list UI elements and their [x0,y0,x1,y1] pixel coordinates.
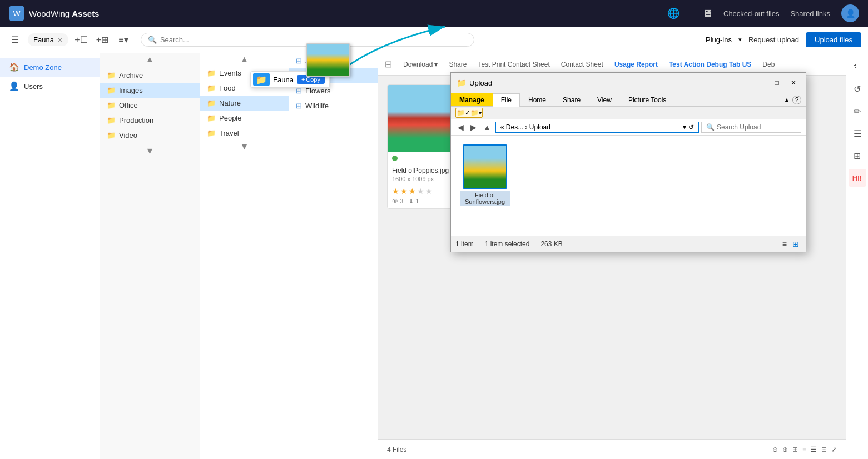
search-bar[interactable]: 🔍 [141,33,474,47]
sidebar-toggle[interactable]: ☰ [7,32,23,48]
hi-icon[interactable]: HI! [849,169,866,187]
win-content: Field of Sunflowers.jpg [451,136,806,236]
win-view-buttons: ≡ ⊞ [780,238,801,250]
fb-item-video[interactable]: 📁 Video [100,128,200,143]
star4: ★ [417,187,424,196]
plugins-button[interactable]: Plug-ins [706,36,732,44]
win-ribbon: Manage File Home Share View Picture Tool… [451,93,806,107]
right-sidebar: 🏷 ↺ ✏ ☰ ⊞ HI! [846,53,868,459]
win-tab-home[interactable]: Home [520,93,554,106]
sp-label-people: People [219,114,241,122]
status-bar-right: ⊖ ⊕ ⊞ ≡ ☰ ⊟ ⤢ [772,446,837,453]
win-tab-share[interactable]: Share [554,93,589,106]
debug-button[interactable]: Deb [758,58,779,71]
scroll-down-2[interactable]: ▼ [200,141,289,153]
view-grid-icon[interactable]: ⊞ [792,446,798,453]
win-tab-manage[interactable]: Manage [451,93,493,106]
avatar[interactable]: 👤 [841,4,859,22]
view-detail-icon[interactable]: ☰ [811,446,817,453]
breadcrumb: Fauna ✕ [28,33,68,46]
fb-item-office[interactable]: 📁 Office [100,98,200,113]
win-up-button[interactable]: ▲ [481,122,493,133]
sidebar-item-users[interactable]: 👤 Users [0,77,100,96]
contact-sheet-button[interactable]: Contact Sheet [557,58,608,71]
copy-badge[interactable]: + Copy [297,75,325,84]
win-search-input[interactable] [717,123,772,131]
quick-access-toolbar: 📁 ✓ 📁 ▾ [455,108,483,118]
win-close-button[interactable]: ✕ [787,76,800,89]
separator [691,7,691,20]
test-print-button[interactable]: Test Print Contact Sheet [473,58,554,71]
sp-item-wildlife[interactable]: ⊞ Wildlife [289,98,378,113]
view-list-icon[interactable]: ≡ [802,446,806,453]
scroll-down[interactable]: ▼ [100,145,200,157]
ribbon-help-icon[interactable]: ? [792,96,801,104]
fb-label-office: Office [119,101,138,109]
request-upload-button[interactable]: Request upload [748,36,799,44]
breadcrumb-text: Fauna [33,36,54,44]
expand-icon[interactable]: ⤢ [831,446,837,453]
win-tab-file[interactable]: File [493,93,520,107]
win-path-dropdown-icon[interactable]: ▾ [683,123,686,131]
nav-right: Plug-ins ▾ Request upload Upload files [706,32,861,47]
scroll-up-2[interactable]: ▲ [200,53,289,66]
view-split-icon[interactable]: ⊟ [821,446,827,453]
sp-item-travel[interactable]: 📁 Travel [200,126,289,141]
globe-icon[interactable]: 🌐 [667,7,679,19]
folder-icon: 📁 [107,101,116,109]
checked-out-files-link[interactable]: Checked-out files [723,9,779,18]
win-tab-view[interactable]: View [589,93,620,106]
sp-label-animals: Animals [305,57,331,65]
fb-item-images[interactable]: 📁 Images [100,83,200,98]
fb-item-production[interactable]: 📁 Production [100,113,200,128]
sp-label-flowers: Flowers [305,87,331,95]
edit-icon[interactable]: ✏ [849,102,866,120]
win-back-button[interactable]: ◀ [455,122,466,133]
ribbon-collapse-icon[interactable]: ▲ [783,96,790,104]
win-file-sunflowers[interactable]: Field of Sunflowers.jpg [460,144,510,227]
usage-report-button[interactable]: Usage Report [610,58,662,71]
fb-item-archive[interactable]: 📁 Archive [100,68,200,83]
win-minimize-button[interactable]: — [753,76,767,89]
sp-label-food: Food [219,84,236,92]
sidebar-item-demozone[interactable]: 🏠 Demo Zone [0,58,100,77]
zoom-out-icon[interactable]: ⊖ [772,446,778,453]
tags-icon[interactable]: 🏷 [849,58,866,76]
search-input[interactable] [160,36,467,44]
app-name: WoodWing Assets [29,9,99,18]
grid-view-icon[interactable]: ⊞ [849,147,866,164]
sp-item-people[interactable]: 📁 People [200,111,289,126]
history-icon[interactable]: ↺ [849,80,866,98]
shared-links-link[interactable]: Shared links [790,9,830,18]
share-button[interactable]: Share [444,58,471,71]
monitor-icon[interactable]: 🖥 [702,8,712,19]
add-collection-button[interactable]: +⊞ [94,32,111,48]
users-icon: 👤 [9,81,19,91]
filter-icon[interactable]: ⊟ [385,59,392,69]
toolbar-dropdown-icon[interactable]: ▾ [479,110,482,116]
scroll-up[interactable]: ▲ [100,53,200,66]
win-search-bar[interactable]: 🔍 [701,122,801,133]
win-tab-picture-tools[interactable]: Picture Tools [620,93,674,106]
win-forward-button[interactable]: ▶ [468,122,479,133]
win-file-size: 263 KB [540,240,562,248]
upload-files-button[interactable]: Upload files [806,32,861,47]
fb-label-images: Images [119,86,143,94]
win-maximize-button[interactable]: □ [770,76,783,89]
list-icon[interactable]: ☰ [849,124,866,142]
zoom-in-icon[interactable]: ⊕ [782,446,788,453]
secondary-nav: ☰ Fauna ✕ +☐ +⊞ ≡▾ 🔍 Plug-ins ▾ Request … [0,27,868,53]
download-button[interactable]: Download ▾ [399,58,442,71]
add-folder-button[interactable]: +☐ [73,32,90,48]
win-list-view-button[interactable]: ≡ [780,238,789,250]
win-grid-view-button[interactable]: ⊞ [790,238,801,250]
settings-button[interactable]: ≡▾ [115,32,132,48]
breadcrumb-close[interactable]: ✕ [57,36,63,44]
test-action-button[interactable]: Test Action Debug Tab US [664,58,756,71]
sp-item-animals[interactable]: ⊞ Animals [289,53,378,68]
sp-item-nature[interactable]: 📁 Nature [200,96,289,111]
win-path[interactable]: « Des... › Upload ▾ ↺ [495,122,699,133]
file-browser-inner: 📁 Archive 📁 Images 📁 Office 📁 Production… [100,66,200,145]
sub-panel-nature: ▲ 📁 Events 📁 Food 📁 Nature 📁 People 📁 Tr… [200,53,289,459]
win-refresh-icon[interactable]: ↺ [688,123,694,131]
